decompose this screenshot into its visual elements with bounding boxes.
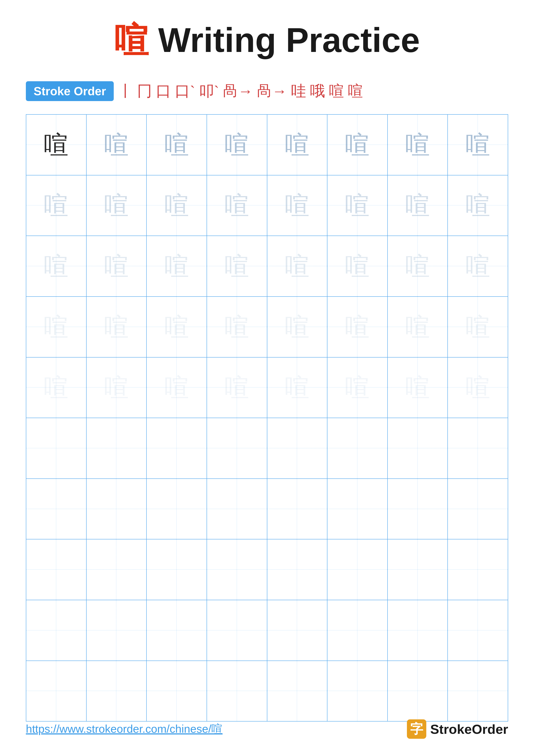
grid-cell-6-2[interactable] <box>87 418 147 478</box>
cell-char: 喧 <box>345 310 369 343</box>
grid-cell-9-8[interactable] <box>448 600 508 661</box>
grid-cell-5-2[interactable]: 喧 <box>87 358 147 418</box>
grid-cell-4-4[interactable]: 喧 <box>207 297 267 357</box>
grid-cell-1-4[interactable]: 喧 <box>207 115 267 175</box>
grid-cell-10-6[interactable] <box>327 661 388 721</box>
cell-char: 喧 <box>104 250 129 283</box>
grid-cell-2-7[interactable]: 喧 <box>388 176 448 236</box>
grid-cell-9-1[interactable] <box>26 600 87 661</box>
grid-cell-6-4[interactable] <box>207 418 267 478</box>
footer-url[interactable]: https://www.strokeorder.com/chinese/喧 <box>26 721 222 737</box>
grid-cell-4-2[interactable]: 喧 <box>87 297 147 357</box>
grid-cell-1-3[interactable]: 喧 <box>147 115 207 175</box>
grid-cell-7-2[interactable] <box>87 479 147 539</box>
grid-cell-9-3[interactable] <box>147 600 207 661</box>
grid-cell-6-7[interactable] <box>388 418 448 478</box>
grid-cell-5-5[interactable]: 喧 <box>267 358 328 418</box>
grid-cell-7-3[interactable] <box>147 479 207 539</box>
grid-cell-2-1[interactable]: 喧 <box>26 176 87 236</box>
cell-char: 喧 <box>104 310 129 343</box>
grid-cell-8-7[interactable] <box>388 539 448 600</box>
cell-char: 喧 <box>345 371 369 404</box>
grid-cell-9-5[interactable] <box>267 600 328 661</box>
grid-cell-3-3[interactable]: 喧 <box>147 236 207 296</box>
grid-cell-8-3[interactable] <box>147 539 207 600</box>
grid-cell-9-2[interactable] <box>87 600 147 661</box>
grid-cell-2-8[interactable]: 喧 <box>448 176 508 236</box>
page-title: 喧 Writing Practice <box>114 17 420 64</box>
grid-row-10 <box>26 661 508 721</box>
grid-cell-2-2[interactable]: 喧 <box>87 176 147 236</box>
grid-cell-4-7[interactable]: 喧 <box>388 297 448 357</box>
footer-logo: 字 StrokeOrder <box>407 719 508 739</box>
grid-cell-10-7[interactable] <box>388 661 448 721</box>
grid-cell-2-5[interactable]: 喧 <box>267 176 328 236</box>
cell-char: 喧 <box>285 189 310 222</box>
grid-cell-8-5[interactable] <box>267 539 328 600</box>
grid-row-9 <box>26 600 508 661</box>
grid-cell-1-2[interactable]: 喧 <box>87 115 147 175</box>
grid-cell-10-8[interactable] <box>448 661 508 721</box>
stroke-char-6: 咼→ <box>223 81 253 101</box>
grid-cell-1-7[interactable]: 喧 <box>388 115 448 175</box>
cell-char: 喧 <box>285 310 310 343</box>
grid-cell-8-8[interactable] <box>448 539 508 600</box>
grid-cell-4-1[interactable]: 喧 <box>26 297 87 357</box>
grid-cell-1-8[interactable]: 喧 <box>448 115 508 175</box>
cell-char: 喧 <box>285 250 310 283</box>
footer: https://www.strokeorder.com/chinese/喧 字 … <box>26 719 508 739</box>
grid-cell-5-6[interactable]: 喧 <box>327 358 388 418</box>
grid-cell-6-3[interactable] <box>147 418 207 478</box>
grid-cell-8-6[interactable] <box>327 539 388 600</box>
stroke-char-5: 叩` <box>199 81 219 101</box>
grid-cell-7-4[interactable] <box>207 479 267 539</box>
grid-cell-5-4[interactable]: 喧 <box>207 358 267 418</box>
cell-char: 喧 <box>466 371 490 404</box>
grid-cell-7-6[interactable] <box>327 479 388 539</box>
grid-cell-10-4[interactable] <box>207 661 267 721</box>
grid-cell-7-5[interactable] <box>267 479 328 539</box>
grid-cell-7-1[interactable] <box>26 479 87 539</box>
grid-cell-8-1[interactable] <box>26 539 87 600</box>
grid-cell-3-6[interactable]: 喧 <box>327 236 388 296</box>
grid-cell-2-6[interactable]: 喧 <box>327 176 388 236</box>
grid-cell-10-3[interactable] <box>147 661 207 721</box>
stroke-order-row: Stroke Order 丨 冂 口 口` 叩` 咼→ 咼→ 哇 哦 喧 喧 <box>26 81 508 101</box>
grid-cell-9-6[interactable] <box>327 600 388 661</box>
grid-cell-10-1[interactable] <box>26 661 87 721</box>
grid-cell-2-3[interactable]: 喧 <box>147 176 207 236</box>
grid-cell-10-2[interactable] <box>87 661 147 721</box>
cell-char: 喧 <box>165 250 189 283</box>
grid-cell-6-5[interactable] <box>267 418 328 478</box>
grid-cell-7-8[interactable] <box>448 479 508 539</box>
stroke-order-badge: Stroke Order <box>26 81 114 101</box>
grid-cell-8-4[interactable] <box>207 539 267 600</box>
grid-cell-3-4[interactable]: 喧 <box>207 236 267 296</box>
grid-cell-5-7[interactable]: 喧 <box>388 358 448 418</box>
cell-char: 喧 <box>44 250 68 283</box>
grid-cell-1-6[interactable]: 喧 <box>327 115 388 175</box>
grid-cell-6-6[interactable] <box>327 418 388 478</box>
grid-cell-6-8[interactable] <box>448 418 508 478</box>
grid-cell-3-5[interactable]: 喧 <box>267 236 328 296</box>
grid-cell-2-4[interactable]: 喧 <box>207 176 267 236</box>
grid-cell-6-1[interactable] <box>26 418 87 478</box>
grid-cell-3-1[interactable]: 喧 <box>26 236 87 296</box>
grid-cell-5-8[interactable]: 喧 <box>448 358 508 418</box>
grid-cell-10-5[interactable] <box>267 661 328 721</box>
grid-cell-4-3[interactable]: 喧 <box>147 297 207 357</box>
grid-cell-5-3[interactable]: 喧 <box>147 358 207 418</box>
grid-cell-1-1[interactable]: 喧 <box>26 115 87 175</box>
grid-cell-9-4[interactable] <box>207 600 267 661</box>
grid-cell-3-7[interactable]: 喧 <box>388 236 448 296</box>
grid-cell-3-8[interactable]: 喧 <box>448 236 508 296</box>
grid-cell-4-6[interactable]: 喧 <box>327 297 388 357</box>
grid-cell-5-1[interactable]: 喧 <box>26 358 87 418</box>
grid-cell-4-5[interactable]: 喧 <box>267 297 328 357</box>
grid-cell-7-7[interactable] <box>388 479 448 539</box>
grid-cell-1-5[interactable]: 喧 <box>267 115 328 175</box>
grid-cell-8-2[interactable] <box>87 539 147 600</box>
grid-cell-9-7[interactable] <box>388 600 448 661</box>
grid-cell-3-2[interactable]: 喧 <box>87 236 147 296</box>
grid-cell-4-8[interactable]: 喧 <box>448 297 508 357</box>
